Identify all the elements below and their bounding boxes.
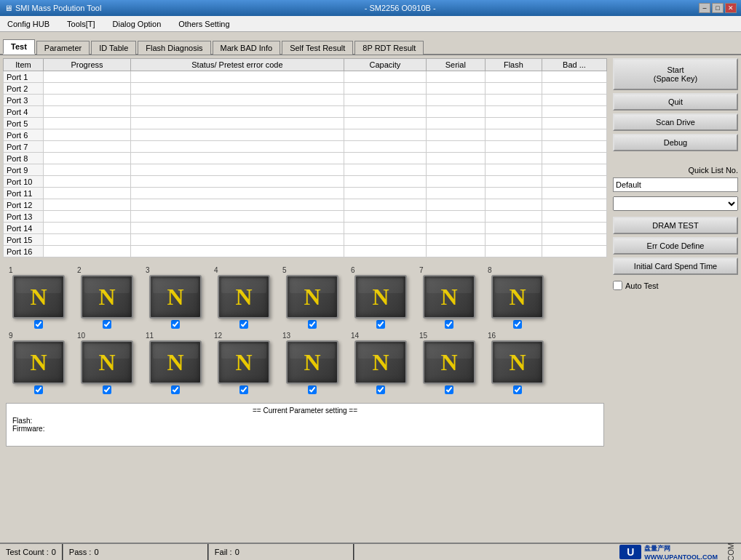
- menu-others-setting[interactable]: Others Setting: [174, 18, 234, 30]
- port-card-checkbox[interactable]: [171, 385, 180, 394]
- port-progress: [44, 234, 131, 246]
- port-capacity: [344, 95, 426, 106]
- port-capacity: [344, 164, 426, 176]
- port-card-checkbox[interactable]: [103, 385, 111, 394]
- port-card-checkbox[interactable]: [445, 385, 453, 394]
- test-count-cell: Test Count : 0: [0, 544, 63, 560]
- quit-button[interactable]: Quit: [613, 93, 738, 111]
- port-capacity: [344, 176, 426, 188]
- app-title: SMI Mass Podution Tool: [15, 4, 101, 12]
- port-card: 13 N: [280, 332, 345, 394]
- menu-dialog-option[interactable]: Dialog Option: [108, 18, 166, 30]
- err-code-define-button[interactable]: Err Code Define: [613, 237, 738, 255]
- port-card-number: 6: [351, 266, 355, 274]
- port-name: Port 12: [4, 199, 44, 211]
- port-card: 9 N: [6, 332, 71, 394]
- port-flash: [485, 153, 542, 164]
- port-card-number: 16: [488, 332, 496, 340]
- port-bad: [542, 141, 607, 153]
- port-flash: [485, 71, 542, 83]
- auto-test-checkbox[interactable]: [613, 281, 622, 290]
- port-status: [131, 234, 344, 246]
- port-progress: [44, 153, 131, 164]
- debug-button[interactable]: Debug: [613, 134, 738, 151]
- test-count-value: 0: [52, 548, 56, 556]
- auto-test-label: Auto Test: [625, 281, 659, 290]
- port-card-checkbox[interactable]: [171, 320, 180, 329]
- port-card-checkbox[interactable]: [445, 320, 453, 329]
- port-progress: [44, 211, 131, 223]
- port-bad: [542, 223, 607, 234]
- table-row: Port 15: [4, 234, 607, 246]
- port-card-checkbox[interactable]: [376, 320, 385, 329]
- fail-label: Fail :: [215, 548, 232, 556]
- port-card-checkbox[interactable]: [34, 320, 43, 329]
- dram-test-button[interactable]: DRAM TEST: [613, 217, 738, 234]
- port-progress: [44, 176, 131, 188]
- minimize-button[interactable]: –: [699, 3, 710, 13]
- port-card-number: 7: [419, 266, 424, 274]
- quick-list-select[interactable]: [613, 196, 738, 211]
- port-card-number: 9: [9, 332, 13, 340]
- port-card: 11 N: [143, 332, 208, 394]
- col-flash: Flash: [485, 59, 542, 71]
- start-button[interactable]: Start(Space Key): [613, 58, 738, 90]
- port-bad: [542, 153, 607, 164]
- initial-card-button[interactable]: Initial Card Spend Time: [613, 257, 738, 275]
- tab-self-test-result[interactable]: Self Test Result: [282, 41, 353, 55]
- port-card-checkbox[interactable]: [513, 385, 522, 394]
- tab-parameter[interactable]: Parameter: [36, 41, 90, 55]
- port-capacity: [344, 188, 426, 199]
- close-button[interactable]: ✕: [725, 3, 737, 13]
- port-status: [131, 223, 344, 234]
- port-serial: [426, 71, 485, 83]
- port-flash: [485, 223, 542, 234]
- table-row: Port 14: [4, 223, 607, 234]
- table-row: Port 6: [4, 129, 607, 141]
- maximize-button[interactable]: □: [712, 3, 724, 13]
- port-flash: [485, 83, 542, 95]
- port-n-icon: N: [218, 340, 270, 384]
- port-n-icon: N: [423, 275, 475, 319]
- auto-test-row: Auto Test: [613, 281, 738, 290]
- titlebar-controls: – □ ✕: [699, 3, 737, 13]
- port-card-checkbox[interactable]: [34, 385, 43, 394]
- scan-drive-button[interactable]: Scan Drive: [613, 113, 738, 131]
- port-card-checkbox[interactable]: [308, 320, 317, 329]
- window-subtitle: - SM2256 O0910B -: [365, 4, 436, 12]
- tab-id-table[interactable]: ID Table: [91, 41, 136, 55]
- port-status: [131, 118, 344, 129]
- tab-mark-bad-info[interactable]: Mark BAD Info: [213, 41, 281, 55]
- port-status: [131, 83, 344, 95]
- port-capacity: [344, 223, 426, 234]
- port-card: 4 N: [211, 266, 277, 329]
- pass-label: Pass :: [69, 548, 92, 556]
- port-status: [131, 95, 344, 106]
- table-row: Port 13: [4, 211, 607, 223]
- port-name: Port 7: [4, 141, 44, 153]
- col-status: Status/ Pretest error code: [131, 59, 344, 71]
- port-capacity: [344, 118, 426, 129]
- port-card-checkbox[interactable]: [239, 320, 248, 329]
- tab-test[interactable]: Test: [3, 39, 35, 55]
- port-progress: [44, 106, 131, 118]
- menu-tools[interactable]: Tools[T]: [63, 18, 100, 30]
- port-card-checkbox[interactable]: [103, 320, 111, 329]
- port-serial: [426, 153, 485, 164]
- tab-flash-diagnosis[interactable]: Flash Diagnosis: [138, 41, 210, 55]
- quick-list-input[interactable]: [613, 177, 738, 192]
- port-card-checkbox[interactable]: [376, 385, 385, 394]
- port-progress: [44, 95, 131, 106]
- port-card-number: 3: [146, 266, 150, 274]
- port-progress: [44, 83, 131, 95]
- port-serial: [426, 246, 485, 257]
- port-serial: [426, 176, 485, 188]
- menu-config-hub[interactable]: Config HUB: [3, 18, 54, 30]
- port-card-checkbox[interactable]: [513, 320, 522, 329]
- port-n-icon: N: [12, 340, 65, 384]
- tab-8p-rdt-result[interactable]: 8P RDT Result: [354, 41, 424, 55]
- port-card-checkbox[interactable]: [308, 385, 317, 394]
- port-card-checkbox[interactable]: [239, 385, 248, 394]
- status-logo: U 盘量产网 WWW.UPANTOOL.COM COM: [619, 543, 741, 560]
- port-n-icon: N: [286, 340, 338, 384]
